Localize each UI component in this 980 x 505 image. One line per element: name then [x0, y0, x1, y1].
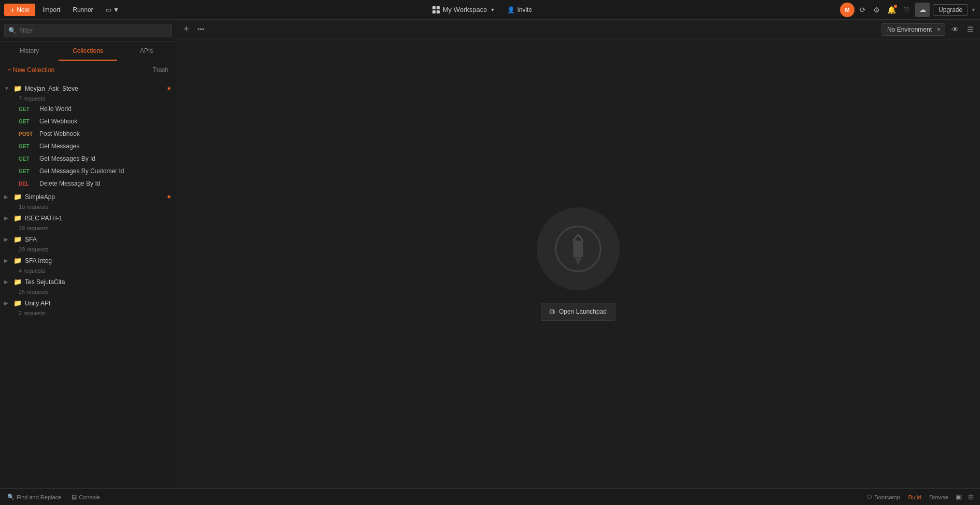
folder-icon: 📁 — [13, 214, 22, 222]
list-item[interactable]: DEL Delete Message By Id — [0, 177, 176, 190]
collection-requests-count: 10 requests — [19, 204, 176, 211]
sidebar-tabs: History Collections APIs — [0, 42, 176, 61]
list-item[interactable]: GET Get Webhook — [0, 115, 176, 128]
new-button[interactable]: + New — [4, 4, 35, 16]
collection-requests-count: 25 requests — [19, 289, 176, 296]
avatar: M — [840, 3, 855, 17]
environment-selector: No Environment — [881, 23, 945, 36]
new-collection-label: New Collection — [13, 66, 54, 74]
collection-name: Meyjan_Ask_Steve — [25, 85, 163, 92]
person-icon: 👤 — [507, 6, 515, 13]
plus-new-icon: + — [7, 66, 11, 74]
list-item[interactable]: GET Get Messages By Id — [0, 152, 176, 165]
settings-icon-button[interactable]: ⚙ — [871, 4, 882, 16]
import-button[interactable]: Import — [37, 4, 65, 16]
request-name: Get Webhook — [39, 118, 77, 125]
list-item[interactable]: GET Hello World — [0, 103, 176, 115]
collection-header-simpleapp[interactable]: ▶ 📁 SimpleApp ★ — [0, 190, 176, 204]
sidebar: 🔍 History Collections APIs + New Collect… — [0, 20, 176, 488]
grid-icon — [432, 6, 440, 13]
find-replace-button[interactable]: 🔍 Find and Replace — [4, 493, 64, 501]
list-item[interactable]: GET Get Messages By Customer Id — [0, 165, 176, 177]
sidebar-icon-button[interactable]: ☰ — [965, 23, 976, 36]
collection-name: SimpleApp — [25, 193, 163, 201]
postman-logo-svg — [555, 226, 601, 272]
expand-arrow-icon: ▼ — [4, 86, 10, 91]
tab-history[interactable]: History — [0, 42, 59, 61]
request-name: Get Messages By Customer Id — [39, 167, 124, 175]
bootcamp-button[interactable]: ⬡ Bootcamp — [864, 493, 903, 501]
method-get-badge: GET — [19, 119, 35, 124]
topbar: + New Import Runner ▭ ▼ My Workspace ▼ 👤… — [0, 0, 980, 20]
tab-bar-right: No Environment 👁 ☰ — [881, 23, 976, 36]
workspace-button[interactable]: My Workspace ▼ — [428, 4, 499, 16]
bootcamp-label: Bootcamp — [874, 494, 900, 500]
method-get-badge: GET — [19, 144, 35, 149]
open-launchpad-button[interactable]: ⧉ Open Launchpad — [541, 303, 615, 321]
collection-header-meyjan[interactable]: ▼ 📁 Meyjan_Ask_Steve ★ — [0, 81, 176, 95]
sync-icon-button[interactable]: ⟳ — [858, 4, 868, 16]
collection-header-unity[interactable]: ▶ 📁 Unity API — [0, 296, 176, 310]
main-layout: 🔍 History Collections APIs + New Collect… — [0, 20, 980, 488]
folder-icon: 📁 — [13, 257, 22, 264]
build-button[interactable]: Build — [905, 493, 924, 501]
topbar-right: M ⟳ ⚙ 🔔 ♡ ☁ Upgrade ▼ — [840, 3, 976, 17]
layout-button[interactable]: ▭ ▼ — [101, 4, 124, 16]
runner-button[interactable]: Runner — [67, 4, 98, 16]
invite-button[interactable]: 👤 Invite — [503, 4, 536, 16]
request-name: Hello World — [39, 105, 72, 113]
new-collection-button[interactable]: + New Collection — [5, 65, 57, 75]
star-icon: ★ — [166, 85, 172, 92]
folder-icon: 📁 — [13, 85, 22, 92]
tab-dots-button[interactable]: ••• — [195, 23, 207, 35]
heart-icon-button[interactable]: ♡ — [901, 4, 912, 16]
folder-icon: 📁 — [13, 193, 22, 201]
list-item[interactable]: GET Get Messages — [0, 140, 176, 152]
collection-header-isec[interactable]: ▶ 📁 ISEC PATH-1 — [0, 211, 176, 225]
collection-requests-count: 2 requests — [19, 310, 176, 317]
method-get-badge: GET — [19, 169, 35, 174]
collection-header-sfa-integ[interactable]: ▶ 📁 SFA Integ — [0, 254, 176, 268]
plus-icon: + — [10, 6, 15, 14]
two-columns-icon-button[interactable]: ⊞ — [966, 492, 976, 502]
expand-arrow-icon: ▶ — [4, 258, 10, 263]
request-name: Post Webhook — [39, 130, 80, 137]
eye-icon-button[interactable]: 👁 — [949, 23, 961, 36]
request-name: Get Messages — [39, 143, 79, 150]
search-icon: 🔍 — [8, 27, 16, 34]
trash-button[interactable]: Trash — [151, 65, 171, 75]
add-tab-button[interactable]: + — [180, 23, 192, 36]
collection-header-tes[interactable]: ▶ 📁 Tes SejutaCita — [0, 275, 176, 289]
collection-requests-count: 7 requests — [19, 95, 176, 103]
list-item: ▶ 📁 SimpleApp ★ 10 requests — [0, 190, 176, 211]
search-input[interactable] — [4, 24, 172, 37]
list-item[interactable]: POST Post Webhook — [0, 128, 176, 140]
collection-name: ISEC PATH-1 — [25, 215, 172, 222]
search-bar: 🔍 — [0, 20, 176, 42]
console-icon: ▤ — [72, 494, 77, 500]
layout-icon-button[interactable]: ▣ — [954, 492, 964, 502]
notifications-icon-button[interactable]: 🔔 — [885, 4, 898, 16]
upgrade-button[interactable]: Upgrade — [933, 4, 968, 16]
topbar-center: My Workspace ▼ 👤 Invite — [127, 4, 838, 16]
console-button[interactable]: ▤ Console — [68, 493, 103, 501]
browse-button[interactable]: Browse — [926, 493, 951, 501]
method-get-badge: GET — [19, 156, 35, 162]
folder-icon: 📁 — [13, 235, 22, 243]
empty-state: ⧉ Open Launchpad — [176, 39, 980, 488]
collections-list: ▼ 📁 Meyjan_Ask_Steve ★ 7 requests GET He… — [0, 79, 176, 488]
environment-select[interactable]: No Environment — [881, 23, 945, 36]
tab-apis[interactable]: APIs — [117, 42, 176, 61]
collection-header-sfa[interactable]: ▶ 📁 SFA — [0, 232, 176, 246]
tab-collections[interactable]: Collections — [59, 42, 117, 61]
open-launchpad-label: Open Launchpad — [559, 308, 607, 315]
cloud-icon-button[interactable]: ☁ — [915, 3, 930, 17]
collection-requests-count: 4 requests — [19, 268, 176, 275]
find-replace-label: Find and Replace — [17, 494, 61, 500]
expand-arrow-icon: ▶ — [4, 279, 10, 285]
expand-arrow-icon: ▶ — [4, 300, 10, 306]
console-label: Console — [79, 494, 100, 500]
new-label: New — [17, 6, 29, 13]
collection-requests-count: 29 requests — [19, 225, 176, 232]
star-icon: ★ — [166, 193, 172, 200]
